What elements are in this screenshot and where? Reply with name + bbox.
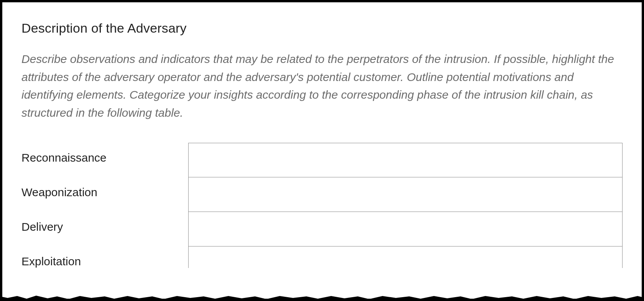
- row-cell-exploitation[interactable]: [188, 246, 623, 268]
- row-label-reconnaissance: Reconnaissance: [21, 143, 188, 177]
- row-label-delivery: Delivery: [21, 212, 188, 246]
- table-row: Weaponization: [21, 177, 623, 212]
- torn-edge-decoration: [0, 294, 644, 301]
- row-cell-delivery[interactable]: [188, 212, 623, 246]
- table-row: Exploitation: [21, 246, 623, 268]
- row-cell-weaponization[interactable]: [188, 177, 623, 212]
- kill-chain-table: Reconnaissance Weaponization Delivery Ex…: [21, 143, 623, 268]
- section-description: Describe observations and indicators tha…: [21, 50, 623, 122]
- row-cell-reconnaissance[interactable]: [188, 143, 623, 177]
- table-row: Reconnaissance: [21, 143, 623, 177]
- section-title: Description of the Adversary: [21, 21, 623, 36]
- table-row: Delivery: [21, 212, 623, 246]
- document-page: Description of the Adversary Describe ob…: [0, 0, 644, 301]
- row-label-exploitation: Exploitation: [21, 246, 188, 268]
- row-label-weaponization: Weaponization: [21, 177, 188, 212]
